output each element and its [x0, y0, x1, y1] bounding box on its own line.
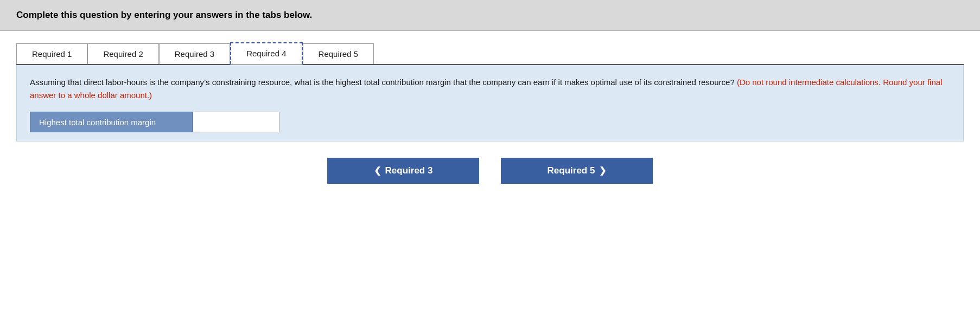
- tab-required-1[interactable]: Required 1: [16, 43, 87, 64]
- question-main-text: Assuming that direct labor-hours is the …: [30, 78, 735, 87]
- next-button[interactable]: Required 5: [501, 158, 653, 184]
- prev-button-label: Required 3: [385, 165, 433, 176]
- tabs-row: Required 1 Required 2 Required 3 Require…: [16, 42, 964, 65]
- question-text: Assuming that direct labor-hours is the …: [30, 76, 950, 102]
- answer-row: Highest total contribution margin: [30, 112, 950, 132]
- answer-input[interactable]: [193, 112, 279, 132]
- chevron-right-icon: [599, 165, 606, 176]
- tab-required-4[interactable]: Required 4: [230, 42, 302, 65]
- answer-label: Highest total contribution margin: [30, 112, 193, 132]
- tab-required-2[interactable]: Required 2: [87, 43, 158, 64]
- prev-button[interactable]: Required 3: [327, 158, 479, 184]
- nav-buttons-row: Required 3 Required 5: [16, 158, 964, 195]
- header-bar: Complete this question by entering your …: [0, 0, 980, 31]
- main-content: Required 1 Required 2 Required 3 Require…: [0, 31, 980, 205]
- page-wrapper: Complete this question by entering your …: [0, 0, 980, 322]
- tab-required-5[interactable]: Required 5: [303, 43, 374, 64]
- tab-required-3[interactable]: Required 3: [159, 43, 230, 64]
- question-area: Assuming that direct labor-hours is the …: [16, 65, 964, 141]
- page-title: Complete this question by entering your …: [16, 10, 312, 20]
- next-button-label: Required 5: [548, 165, 595, 176]
- chevron-left-icon: [374, 165, 381, 176]
